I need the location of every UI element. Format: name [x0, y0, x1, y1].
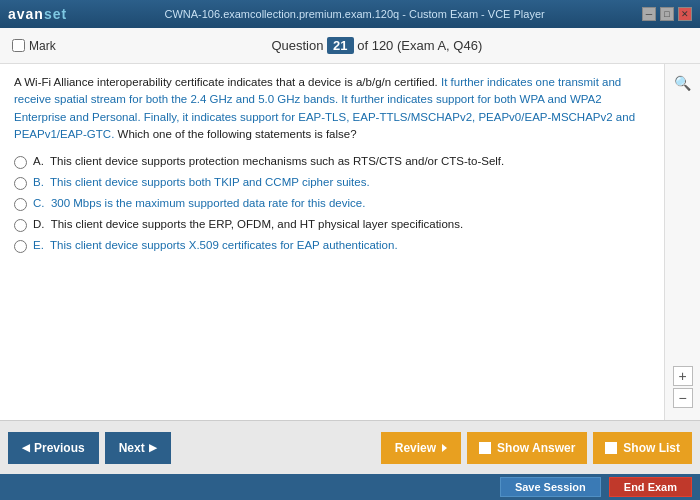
minimize-button[interactable]: ─ — [642, 7, 656, 21]
end-exam-button[interactable]: End Exam — [609, 477, 692, 497]
option-label-c: C. 300 Mbps is the maximum supported dat… — [33, 197, 365, 209]
save-session-button[interactable]: Save Session — [500, 477, 601, 497]
show-list-button[interactable]: Show List — [593, 432, 692, 464]
show-answer-icon — [479, 442, 491, 454]
search-icon[interactable]: 🔍 — [672, 72, 694, 94]
prev-arrow-icon: ◀ — [22, 442, 30, 453]
app-logo: avanset — [8, 6, 67, 22]
review-label: Review — [395, 441, 436, 455]
question-number-area: Question 21 of 120 (Exam A, Q46) — [66, 37, 688, 54]
window-controls: ─ □ ✕ — [642, 7, 692, 21]
next-button[interactable]: Next ▶ — [105, 432, 171, 464]
option-label-b: B. This client device supports both TKIP… — [33, 176, 370, 188]
option-radio-a[interactable] — [14, 156, 27, 169]
zoom-controls: + − — [673, 366, 693, 408]
logo-part2: set — [44, 6, 67, 22]
logo-part1: avan — [8, 6, 44, 22]
close-button[interactable]: ✕ — [678, 7, 692, 21]
options-list: A. This client device supports protectio… — [14, 155, 650, 253]
bottom-toolbar: ◀ Previous Next ▶ Review Show Answer Sho… — [0, 420, 700, 474]
maximize-button[interactable]: □ — [660, 7, 674, 21]
question-total: of 120 (Exam A, Q46) — [357, 38, 482, 53]
action-bar: Save Session End Exam — [0, 474, 700, 500]
title-bar: avanset CWNA-106.examcollection.premium.… — [0, 0, 700, 28]
question-area: A Wi-Fi Alliance interoperability certif… — [0, 64, 664, 420]
mark-section: Mark — [12, 39, 56, 53]
question-label: Question — [271, 38, 323, 53]
show-list-label: Show List — [623, 441, 680, 455]
option-radio-b[interactable] — [14, 177, 27, 190]
question-body: A Wi-Fi Alliance interoperability certif… — [14, 76, 635, 140]
show-answer-label: Show Answer — [497, 441, 575, 455]
mark-checkbox[interactable] — [12, 39, 25, 52]
question-number: 21 — [327, 37, 353, 54]
option-label-d: D. This client device supports the ERP, … — [33, 218, 463, 230]
review-triangle-icon — [442, 444, 447, 452]
list-item[interactable]: C. 300 Mbps is the maximum supported dat… — [14, 197, 650, 211]
previous-label: Previous — [34, 441, 85, 455]
option-radio-e[interactable] — [14, 240, 27, 253]
previous-button[interactable]: ◀ Previous — [8, 432, 99, 464]
mark-label: Mark — [29, 39, 56, 53]
zoom-out-button[interactable]: − — [673, 388, 693, 408]
option-radio-d[interactable] — [14, 219, 27, 232]
show-answer-button[interactable]: Show Answer — [467, 432, 587, 464]
next-label: Next — [119, 441, 145, 455]
main-content: A Wi-Fi Alliance interoperability certif… — [0, 64, 700, 420]
list-item[interactable]: D. This client device supports the ERP, … — [14, 218, 650, 232]
list-item[interactable]: E. This client device supports X.509 cer… — [14, 239, 650, 253]
right-sidebar: 🔍 + − — [664, 64, 700, 420]
option-label-a: A. This client device supports protectio… — [33, 155, 504, 167]
show-list-icon — [605, 442, 617, 454]
window-title: CWNA-106.examcollection.premium.exam.120… — [67, 8, 642, 20]
question-text: A Wi-Fi Alliance interoperability certif… — [14, 74, 650, 143]
zoom-in-button[interactable]: + — [673, 366, 693, 386]
review-button[interactable]: Review — [381, 432, 461, 464]
question-header: Mark Question 21 of 120 (Exam A, Q46) — [0, 28, 700, 64]
next-arrow-icon: ▶ — [149, 442, 157, 453]
option-label-e: E. This client device supports X.509 cer… — [33, 239, 398, 251]
option-radio-c[interactable] — [14, 198, 27, 211]
list-item[interactable]: A. This client device supports protectio… — [14, 155, 650, 169]
list-item[interactable]: B. This client device supports both TKIP… — [14, 176, 650, 190]
